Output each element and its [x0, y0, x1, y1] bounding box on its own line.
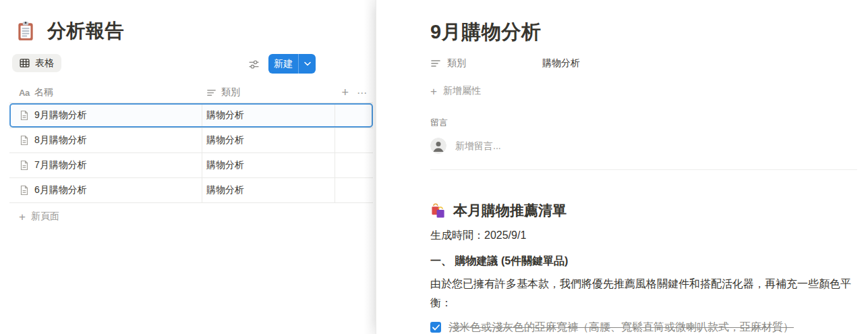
table-row[interactable]: 9月購物分析 購物分析 [9, 103, 373, 128]
todo-text[interactable]: 淺米色或淺灰色的亞麻寬褲（高腰、寬鬆直筒或微喇叭款式，亞麻材質） [449, 319, 794, 334]
new-entry-button[interactable]: 新建 [268, 54, 298, 74]
select-list-icon [430, 58, 441, 69]
row-category-cell[interactable]: 購物分析 [202, 153, 335, 177]
text-type-icon: Aa [19, 88, 30, 98]
property-row-category: 類別 購物分析 [430, 57, 857, 69]
row-category-cell[interactable]: 購物分析 [202, 128, 335, 152]
select-list-icon [206, 88, 216, 98]
database-table: Aa 名稱 類別 + ⋯ [9, 82, 373, 203]
clipboard-icon[interactable] [15, 20, 36, 42]
database-title: 分析報告 [47, 18, 124, 44]
property-label-group[interactable]: 類別 [430, 57, 542, 69]
shopping-bags-icon [430, 203, 446, 219]
comment-input[interactable] [455, 140, 857, 151]
body-paragraph: 由於您已擁有許多基本款，我們將優先推薦風格關鍵件和搭配活化器，再補充一些顏色平衡… [430, 275, 858, 312]
view-tab-table[interactable]: 表格 [12, 54, 61, 72]
row-title: 9月購物分析 [34, 109, 87, 121]
page-document-icon [19, 135, 30, 146]
new-entry-split-button[interactable]: 新建 [268, 54, 316, 74]
database-panel: 分析報告 表格 新建 [0, 0, 376, 334]
row-title: 8月購物分析 [34, 134, 87, 146]
page-document-icon [19, 160, 30, 171]
generated-time-text: 生成時間：2025/9/1 [430, 229, 857, 243]
page-title[interactable]: 9月購物分析 [430, 21, 857, 43]
content-heading[interactable]: 本月購物推薦清單 [453, 201, 567, 220]
row-name-cell[interactable]: 9月購物分析 [9, 103, 202, 128]
comment-input-row [430, 138, 857, 154]
row-title: 7月購物分析 [34, 159, 87, 171]
name-header-label: 名稱 [34, 86, 53, 99]
table-header-row: Aa 名稱 類別 + ⋯ [9, 82, 373, 103]
table-row[interactable]: 7月購物分析 購物分析 [9, 153, 373, 178]
category-column-header[interactable]: 類別 [202, 86, 335, 99]
new-entry-dropdown[interactable] [298, 54, 316, 74]
name-column-header[interactable]: Aa 名稱 [9, 86, 202, 99]
row-name-cell[interactable]: 7月購物分析 [9, 153, 202, 177]
category-header-label: 類別 [221, 86, 240, 99]
comments-section-label: 留言 [430, 117, 857, 129]
add-column-icon[interactable]: + [341, 86, 349, 99]
add-property-button[interactable]: + 新增屬性 [430, 85, 857, 97]
table-row[interactable]: 6月購物分析 購物分析 [9, 178, 373, 203]
page-document-icon [19, 185, 30, 196]
plus-icon: + [430, 86, 437, 97]
avatar [430, 138, 446, 154]
content-heading-row: 本月購物推薦清單 [430, 201, 857, 220]
row-category-cell[interactable]: 購物分析 [202, 178, 335, 202]
page-side-peek: 9月購物分析 類別 購物分析 + 新增屬性 留言 [376, 0, 868, 334]
section-heading-text: 一、 購物建議 (5件關鍵單品) [430, 254, 857, 269]
row-title: 6月購物分析 [34, 184, 87, 196]
page-document-icon [19, 110, 30, 121]
todo-checkbox-checked[interactable] [430, 322, 441, 333]
row-name-cell[interactable]: 6月購物分析 [9, 178, 202, 202]
plus-icon: + [19, 211, 26, 223]
section-divider [430, 169, 857, 170]
property-value[interactable]: 購物分析 [542, 57, 580, 69]
view-tab-label: 表格 [35, 57, 54, 69]
new-page-label: 新頁面 [31, 211, 59, 223]
row-category-cell[interactable]: 購物分析 [202, 103, 335, 128]
panel-edge-shadow [364, 0, 376, 334]
table-row[interactable]: 8月購物分析 購物分析 [9, 128, 373, 153]
tune-sliders-icon [248, 59, 260, 70]
check-icon [432, 325, 440, 331]
todo-item: 淺米色或淺灰色的亞麻寬褲（高腰、寬鬆直筒或微喇叭款式，亞麻材質） [430, 319, 857, 334]
view-options-button[interactable] [247, 57, 260, 71]
new-page-button[interactable]: + 新頁面 [9, 211, 59, 223]
database-title-row: 分析報告 [15, 18, 124, 44]
table-grid-icon [20, 58, 30, 68]
property-label: 類別 [447, 57, 466, 69]
chevron-down-icon [304, 61, 311, 66]
add-property-label: 新增屬性 [443, 85, 481, 97]
row-name-cell[interactable]: 8月購物分析 [9, 128, 202, 152]
